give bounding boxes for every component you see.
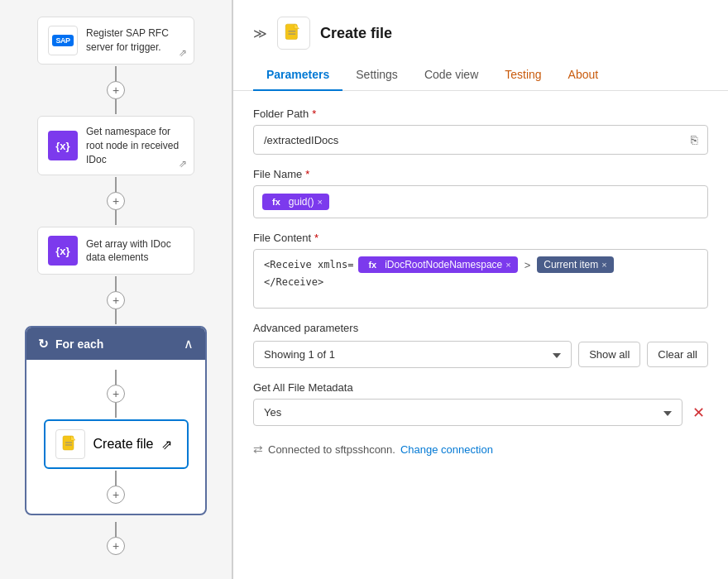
inner-connector-1: + bbox=[107, 370, 125, 418]
tabs-bar: Parameters Settings Code view Testing Ab… bbox=[233, 60, 728, 91]
file-svg-icon bbox=[60, 434, 80, 454]
foreach-container: ↻ For each ∧ + bbox=[25, 326, 207, 515]
advanced-params-section: Advanced parameters Showing 1 of 1 Show … bbox=[253, 322, 708, 368]
sap-icon: SAP bbox=[48, 26, 78, 55]
namespace-token[interactable]: fx iDocRootNodeNamespace × bbox=[358, 256, 517, 273]
folder-path-input[interactable]: /extractedIDocs ⎘ bbox=[253, 125, 708, 155]
current-item-close[interactable]: × bbox=[601, 260, 606, 270]
tab-parameters[interactable]: Parameters bbox=[253, 60, 342, 91]
content-line-2: </Receive> bbox=[264, 276, 697, 288]
add-inner-step-2[interactable]: + bbox=[107, 486, 125, 504]
panel-icon bbox=[277, 17, 310, 50]
gt-symbol: > bbox=[523, 259, 533, 271]
copy-icon[interactable]: ⎘ bbox=[691, 133, 697, 146]
connector-line bbox=[115, 403, 117, 418]
content-line-1: <Receive xmlns= fx iDocRootNodeNamespace… bbox=[264, 256, 697, 273]
folder-path-required: * bbox=[312, 108, 316, 120]
foreach-collapse-icon[interactable]: ∧ bbox=[184, 336, 194, 352]
metadata-chevron bbox=[663, 406, 672, 419]
step-get-namespace[interactable]: {x} Get namespace for root node in recei… bbox=[37, 116, 194, 175]
step-register-sap[interactable]: SAP Register SAP RFC server for trigger.… bbox=[37, 17, 194, 65]
panel-chevron-icon[interactable]: ≫ bbox=[253, 26, 267, 41]
namespace-token-close[interactable]: × bbox=[505, 260, 510, 270]
var-icon-1: {x} bbox=[48, 131, 78, 160]
connector-line bbox=[115, 370, 117, 385]
chevron-down-icon-2 bbox=[663, 411, 672, 416]
panel-file-icon bbox=[283, 22, 304, 44]
connector-line bbox=[115, 309, 117, 324]
foreach-label: For each bbox=[55, 337, 103, 351]
chevron-down-icon bbox=[553, 353, 561, 358]
fx-icon-2: fx bbox=[365, 259, 380, 270]
tab-testing[interactable]: Testing bbox=[491, 60, 554, 91]
current-item-token[interactable]: Current item × bbox=[537, 256, 613, 273]
bottom-connector: + bbox=[107, 522, 125, 555]
metadata-label: Get All File Metadata bbox=[253, 381, 708, 394]
show-all-button[interactable]: Show all bbox=[578, 342, 640, 367]
file-name-label: File Name * bbox=[253, 168, 708, 180]
add-step-plus-2[interactable]: + bbox=[107, 192, 125, 210]
create-file-icon bbox=[55, 429, 85, 459]
file-content-label: File Content * bbox=[253, 232, 708, 244]
form-content: Folder Path * /extractedIDocs ⎘ File Nam… bbox=[233, 91, 728, 472]
metadata-row: Yes ✕ bbox=[253, 399, 708, 426]
advanced-controls: Showing 1 of 1 Show all Clear all bbox=[253, 341, 708, 368]
tab-about[interactable]: About bbox=[555, 60, 612, 91]
foreach-icon: ↻ bbox=[38, 337, 49, 352]
folder-path-label: Folder Path * bbox=[253, 108, 708, 120]
var-icon-2: {x} bbox=[48, 236, 78, 266]
connector-3: + bbox=[107, 276, 125, 324]
add-inner-step-1[interactable]: + bbox=[107, 385, 125, 403]
connected-text: Connected to sftpsshconn. bbox=[268, 443, 395, 456]
file-name-section: File Name * fx guid() × bbox=[253, 168, 708, 218]
fx-icon: fx bbox=[269, 196, 284, 208]
content-suffix: </Receive> bbox=[264, 276, 323, 288]
file-content-required: * bbox=[314, 232, 318, 244]
step1-label: Register SAP RFC server for trigger. bbox=[86, 26, 184, 55]
metadata-value: Yes bbox=[264, 406, 281, 419]
create-file-label: Create file bbox=[93, 437, 154, 452]
link-icon: ⇗ bbox=[179, 47, 187, 59]
panel-header: ≫ Create file bbox=[233, 0, 728, 50]
metadata-select[interactable]: Yes bbox=[253, 399, 682, 426]
connector-line bbox=[115, 276, 117, 291]
content-prefix: <Receive xmlns= bbox=[264, 259, 353, 270]
right-panel: ≫ Create file Parameters Settings Code v… bbox=[233, 0, 728, 579]
link-icon-3: ⇗ bbox=[161, 437, 172, 452]
step2-label: Get namespace for root node in received … bbox=[86, 125, 184, 166]
folder-path-section: Folder Path * /extractedIDocs ⎘ bbox=[253, 108, 708, 155]
guid-token-close[interactable]: × bbox=[317, 197, 322, 207]
advanced-dropdown[interactable]: Showing 1 of 1 bbox=[253, 341, 572, 368]
connector-line bbox=[115, 210, 117, 225]
connector-1: + bbox=[107, 66, 125, 114]
add-step-plus-1[interactable]: + bbox=[107, 81, 125, 99]
guid-token-label: guid() bbox=[289, 196, 314, 208]
file-name-token-area[interactable]: fx guid() × bbox=[253, 185, 708, 218]
tab-settings[interactable]: Settings bbox=[342, 60, 411, 91]
foreach-header-left: ↻ For each bbox=[38, 337, 103, 352]
foreach-header[interactable]: ↻ For each ∧ bbox=[26, 328, 205, 360]
connection-icon: ⇄ bbox=[253, 443, 263, 456]
connector-2: + bbox=[107, 177, 125, 225]
folder-path-value: /extractedIDocs bbox=[264, 134, 338, 146]
delete-metadata-button[interactable]: ✕ bbox=[689, 400, 708, 425]
connector-line bbox=[115, 99, 117, 114]
add-step-bottom[interactable]: + bbox=[107, 537, 125, 555]
namespace-token-label: iDocRootNodeNamespace bbox=[385, 259, 502, 270]
file-name-required: * bbox=[305, 168, 309, 180]
guid-token[interactable]: fx guid() × bbox=[262, 194, 329, 210]
metadata-section: Get All File Metadata Yes ✕ bbox=[253, 381, 708, 426]
connector-line bbox=[115, 66, 117, 81]
connector-line bbox=[115, 471, 117, 486]
file-content-field[interactable]: <Receive xmlns= fx iDocRootNodeNamespace… bbox=[253, 249, 708, 309]
add-step-plus-3[interactable]: + bbox=[107, 291, 125, 309]
clear-all-button[interactable]: Clear all bbox=[647, 342, 708, 367]
file-content-section: File Content * <Receive xmlns= fx iDocRo… bbox=[253, 232, 708, 309]
left-panel: SAP Register SAP RFC server for trigger.… bbox=[0, 0, 232, 579]
connector-line bbox=[115, 522, 117, 537]
create-file-card[interactable]: Create file ⇗ bbox=[44, 419, 189, 469]
tab-codeview[interactable]: Code view bbox=[411, 60, 491, 91]
connection-row: ⇄ Connected to sftpsshconn. Change conne… bbox=[253, 443, 708, 456]
change-connection-link[interactable]: Change connection bbox=[400, 443, 493, 456]
step-get-array[interactable]: {x} Get array with IDoc data elements bbox=[37, 227, 194, 275]
